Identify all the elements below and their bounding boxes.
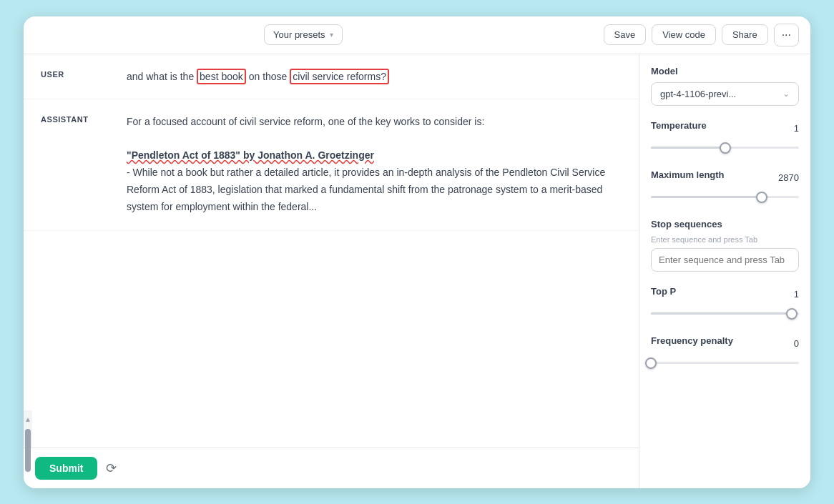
- assistant-book-line: "Pendleton Act of 1883" by Jonathon A. G…: [127, 147, 622, 164]
- assistant-message-row: ASSISTANT For a focused account of civil…: [24, 99, 639, 231]
- frequency-penalty-label: Frequency penalty: [651, 335, 733, 346]
- frequency-penalty-slider[interactable]: [651, 356, 799, 370]
- frequency-penalty-value: 0: [794, 338, 799, 349]
- stop-sequence-input[interactable]: [651, 248, 799, 272]
- right-sidebar: Model gpt-4-1106-previ... ⌄ Temperature …: [639, 54, 810, 488]
- app-container: Your presets ▾ Save View code Share ··· …: [24, 16, 810, 488]
- frequency-penalty-track: [651, 362, 799, 364]
- max-length-value: 2870: [778, 172, 799, 183]
- history-icon[interactable]: ⟳: [106, 460, 117, 476]
- main-content: USER and what is the best book on those …: [24, 54, 810, 488]
- stop-sequences-label: Stop sequences: [651, 219, 799, 229]
- temperature-value: 1: [794, 123, 799, 134]
- frequency-penalty-thumb[interactable]: [645, 357, 657, 369]
- top-p-slider[interactable]: [651, 307, 799, 321]
- save-button[interactable]: Save: [604, 24, 647, 45]
- top-bar: Your presets ▾ Save View code Share ···: [24, 16, 810, 54]
- highlight-civil-service: civil service reforms?: [290, 69, 389, 84]
- user-role-label: USER: [41, 69, 98, 84]
- top-p-fill: [651, 312, 792, 315]
- temperature-label: Temperature: [651, 120, 707, 131]
- temperature-fill: [651, 147, 725, 149]
- chat-scrollbar[interactable]: ▲ ▼: [24, 410, 32, 448]
- model-selected-value: gpt-4-1106-previ...: [660, 89, 736, 99]
- max-length-track: [651, 196, 799, 198]
- presets-label: Your presets: [273, 29, 325, 40]
- max-length-fill: [651, 196, 762, 198]
- top-p-label: Top P: [651, 286, 676, 297]
- top-p-value: 1: [794, 289, 799, 300]
- chat-area: USER and what is the best book on those …: [24, 54, 639, 488]
- view-code-button[interactable]: View code: [652, 24, 716, 45]
- share-button[interactable]: Share: [722, 24, 768, 45]
- stop-sequences-section: Stop sequences Enter sequence and press …: [651, 219, 799, 272]
- temperature-thumb[interactable]: [720, 142, 731, 154]
- assistant-paragraph1: For a focused account of civil service r…: [127, 114, 622, 131]
- top-p-header-row: Top P 1: [651, 286, 799, 302]
- book-title-text: "Pendleton Act of 1883" by Jonathon A. G…: [127, 149, 374, 161]
- top-p-section: Top P 1: [651, 286, 799, 321]
- frequency-penalty-section: Frequency penalty 0: [651, 335, 799, 370]
- bottom-bar: Submit ⟳: [24, 448, 639, 488]
- model-label: Model: [651, 66, 799, 76]
- model-chevron-icon: ⌄: [783, 89, 790, 99]
- scroll-thumb: [25, 429, 31, 472]
- user-message-content: and what is the best book on those civil…: [127, 69, 622, 84]
- highlight-best-book: best book: [197, 69, 246, 84]
- top-p-thumb[interactable]: [786, 308, 798, 320]
- temperature-section: Temperature 1: [651, 120, 799, 155]
- max-length-thumb[interactable]: [756, 192, 767, 203]
- max-length-label: Maximum length: [651, 169, 725, 180]
- assistant-role-label: ASSISTANT: [41, 114, 98, 216]
- max-length-header-row: Maximum length 2870: [651, 169, 799, 186]
- max-length-slider[interactable]: [651, 190, 799, 204]
- temperature-slider[interactable]: [651, 141, 799, 155]
- submit-button[interactable]: Submit: [35, 457, 97, 480]
- user-message-row: USER and what is the best book on those …: [24, 54, 639, 99]
- scroll-up-arrow[interactable]: ▲: [24, 413, 31, 426]
- frequency-penalty-header-row: Frequency penalty 0: [651, 335, 799, 352]
- chat-messages[interactable]: USER and what is the best book on those …: [24, 54, 639, 410]
- presets-chevron-icon: ▾: [330, 31, 333, 39]
- max-length-section: Maximum length 2870: [651, 169, 799, 204]
- user-text-before: and what is the: [127, 71, 197, 82]
- model-select-dropdown[interactable]: gpt-4-1106-previ... ⌄: [651, 82, 799, 106]
- top-p-track: [651, 312, 799, 315]
- more-options-button[interactable]: ···: [774, 24, 799, 46]
- user-text-middle: on those: [246, 71, 290, 82]
- model-section: Model gpt-4-1106-previ... ⌄: [651, 66, 799, 106]
- temperature-header-row: Temperature 1: [651, 120, 799, 137]
- stop-sequences-sublabel: Enter sequence and press Tab: [651, 235, 799, 244]
- assistant-message-content: For a focused account of civil service r…: [127, 114, 622, 216]
- assistant-body-text: - While not a book but rather a detailed…: [127, 164, 622, 215]
- presets-dropdown[interactable]: Your presets ▾: [264, 24, 343, 45]
